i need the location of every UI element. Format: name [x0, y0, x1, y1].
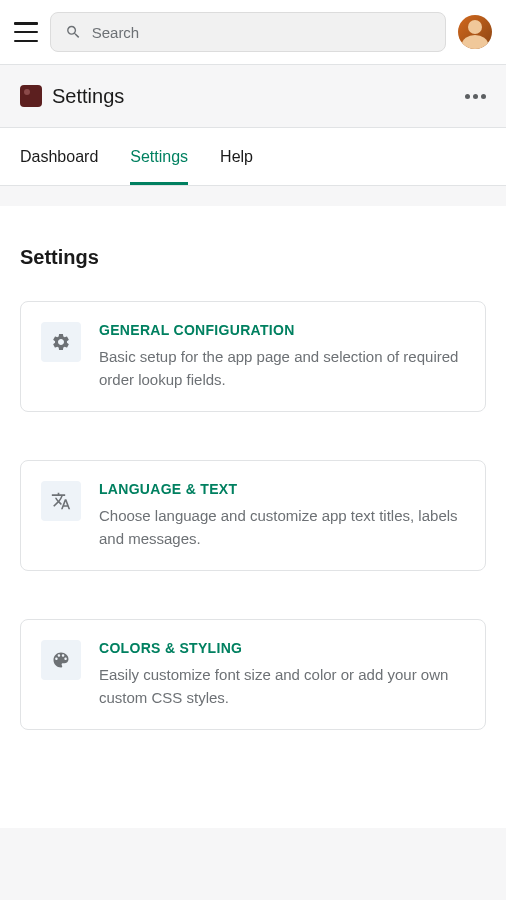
- user-avatar[interactable]: [458, 15, 492, 49]
- footer-spacer: [0, 828, 506, 900]
- tab-settings[interactable]: Settings: [130, 128, 188, 185]
- gear-icon-wrapper: [41, 322, 81, 362]
- palette-icon-wrapper: [41, 640, 81, 680]
- hamburger-menu-icon[interactable]: [14, 22, 38, 42]
- spacer: [0, 186, 506, 206]
- card-content: LANGUAGE & TEXT Choose language and cust…: [99, 481, 465, 550]
- tabs: Dashboard Settings Help: [0, 128, 506, 186]
- app-icon: [20, 85, 42, 107]
- card-description: Easily customize font size and color or …: [99, 664, 465, 709]
- search-icon: [65, 23, 82, 41]
- page-title: Settings: [20, 246, 486, 269]
- more-icon[interactable]: [465, 94, 486, 99]
- palette-icon: [51, 650, 71, 670]
- card-language-text[interactable]: LANGUAGE & TEXT Choose language and cust…: [20, 460, 486, 571]
- app-title: Settings: [52, 85, 124, 108]
- card-title: COLORS & STYLING: [99, 640, 465, 656]
- card-content: COLORS & STYLING Easily customize font s…: [99, 640, 465, 709]
- search-input[interactable]: [92, 24, 431, 41]
- card-content: GENERAL CONFIGURATION Basic setup for th…: [99, 322, 465, 391]
- card-colors-styling[interactable]: COLORS & STYLING Easily customize font s…: [20, 619, 486, 730]
- language-icon-wrapper: [41, 481, 81, 521]
- card-description: Basic setup for the app page and selecti…: [99, 346, 465, 391]
- card-title: GENERAL CONFIGURATION: [99, 322, 465, 338]
- language-icon: [51, 491, 71, 511]
- tab-help[interactable]: Help: [220, 128, 253, 185]
- top-header: [0, 0, 506, 64]
- card-title: LANGUAGE & TEXT: [99, 481, 465, 497]
- gear-icon: [51, 332, 71, 352]
- app-title-left: Settings: [20, 85, 124, 108]
- card-description: Choose language and customize app text t…: [99, 505, 465, 550]
- search-bar[interactable]: [50, 12, 446, 52]
- app-title-bar: Settings: [0, 64, 506, 128]
- main-content: Settings GENERAL CONFIGURATION Basic set…: [0, 206, 506, 798]
- card-general-configuration[interactable]: GENERAL CONFIGURATION Basic setup for th…: [20, 301, 486, 412]
- tab-dashboard[interactable]: Dashboard: [20, 128, 98, 185]
